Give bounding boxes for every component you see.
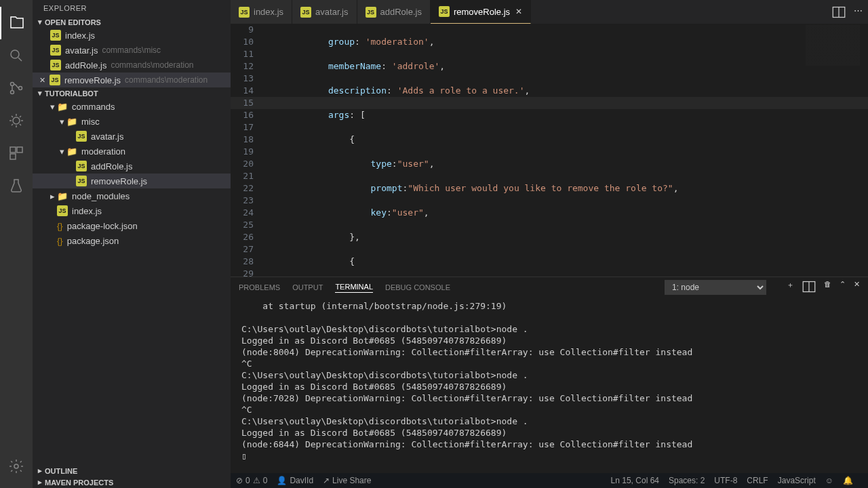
status-eol[interactable]: CRLF — [747, 476, 768, 485]
section-outline[interactable]: ▸OUTLINE — [33, 465, 231, 476]
file-index[interactable]: JSindex.js — [33, 203, 231, 218]
status-user[interactable]: 👤 DavIId — [277, 476, 313, 485]
folder-node-modules[interactable]: ▸📁node_modules — [33, 188, 231, 203]
panel-tab-output[interactable]: OUTPUT — [292, 283, 323, 291]
editor[interactable]: 9101112131415161718192021222324252627282… — [231, 24, 868, 277]
status-bar: ⊘ 0 ⚠ 0 👤 DavIId ↗ Live Share Ln 15, Col… — [231, 473, 868, 488]
open-editor-item[interactable]: JSaddRole.jscommands\moderation — [33, 58, 231, 73]
chevron-down-icon: ▾ — [35, 89, 45, 98]
status-position[interactable]: Ln 15, Col 64 — [611, 476, 659, 485]
js-icon: JS — [239, 7, 250, 18]
file-package[interactable]: {}package.json — [33, 233, 231, 248]
open-editor-item[interactable]: JSavatar.jscommands\misc — [33, 43, 231, 58]
section-maven[interactable]: ▸MAVEN PROJECTS — [33, 476, 231, 488]
chevron-down-icon: ▾ — [35, 18, 45, 26]
close-icon[interactable]: ✕ — [39, 76, 45, 85]
terminal-output[interactable]: at startup (internal/bootstrap/node.js:2… — [231, 298, 868, 473]
svg-rect-5 — [10, 147, 16, 152]
json-icon: {} — [57, 236, 63, 246]
tab-avatar[interactable]: JSavatar.js — [292, 0, 357, 24]
js-icon: JS — [50, 60, 61, 70]
chevron-right-icon: ▸ — [35, 478, 45, 487]
js-icon: JS — [76, 131, 87, 142]
split-editor-icon[interactable] — [832, 5, 846, 21]
chevron-right-icon: ▸ — [35, 466, 45, 475]
close-panel-icon[interactable]: ✕ — [854, 280, 860, 295]
status-feedback[interactable]: ☺ — [825, 476, 833, 485]
file-removerole[interactable]: JSremoveRole.js — [33, 174, 231, 188]
more-icon[interactable]: ⋯ — [854, 5, 863, 21]
section-workspace[interactable]: ▾TUTORIALBOT — [33, 87, 231, 99]
file-package-lock[interactable]: {}package-lock.json — [33, 218, 231, 233]
js-icon: JS — [76, 161, 87, 171]
js-icon: JS — [50, 75, 60, 85]
open-editor-item-active[interactable]: ✕JSremoveRole.jscommands\moderation — [33, 73, 231, 87]
status-spaces[interactable]: Spaces: 2 — [669, 476, 705, 485]
activity-debug[interactable] — [0, 104, 33, 137]
file-avatar[interactable]: JSavatar.js — [33, 129, 231, 144]
js-icon: JS — [50, 45, 61, 56]
activity-search[interactable] — [0, 39, 33, 72]
js-icon: JS — [57, 205, 68, 216]
folder-icon: 📁 — [66, 146, 77, 157]
activity-explorer[interactable] — [0, 7, 33, 39]
tab-removerole[interactable]: JSremoveRole.js✕ — [431, 0, 531, 24]
tab-addrole[interactable]: JSaddRole.js — [357, 0, 431, 24]
folder-commands[interactable]: ▾📁commands — [33, 99, 231, 114]
split-terminal-icon[interactable] — [802, 280, 816, 295]
js-icon: JS — [50, 30, 61, 41]
js-icon: JS — [366, 7, 376, 18]
tab-index[interactable]: JSindex.js — [231, 0, 292, 24]
status-errors[interactable]: ⊘ 0 ⚠ 0 — [236, 476, 267, 485]
svg-point-1 — [11, 83, 14, 86]
code-area[interactable]: group: 'moderation', memberName: 'addrol… — [264, 24, 868, 277]
folder-misc[interactable]: ▾📁misc — [33, 114, 231, 129]
chevron-down-icon: ▾ — [47, 102, 57, 112]
js-icon: JS — [76, 176, 87, 186]
file-addrole[interactable]: JSaddRole.js — [33, 159, 231, 174]
js-icon: JS — [300, 7, 311, 18]
panel-tab-problems[interactable]: PROBLEMS — [239, 283, 280, 291]
sidebar-title: EXPLORER — [33, 0, 231, 16]
json-icon: {} — [57, 221, 63, 231]
svg-point-2 — [11, 91, 14, 94]
svg-point-0 — [11, 50, 19, 58]
line-gutter: 9101112131415161718192021222324252627282… — [231, 24, 264, 277]
activity-scm[interactable] — [0, 72, 33, 104]
svg-rect-7 — [10, 154, 16, 159]
js-icon: JS — [439, 6, 450, 17]
svg-point-3 — [19, 87, 22, 90]
kill-terminal-icon[interactable]: 🗑 — [824, 280, 831, 295]
maximize-panel-icon[interactable]: ⌃ — [840, 280, 846, 295]
panel-tab-debug[interactable]: DEBUG CONSOLE — [385, 283, 450, 291]
open-editor-item[interactable]: JSindex.js — [33, 28, 231, 43]
folder-moderation[interactable]: ▾📁moderation — [33, 144, 231, 159]
svg-point-8 — [14, 464, 18, 468]
svg-point-4 — [13, 117, 20, 124]
chevron-right-icon: ▸ — [47, 191, 57, 201]
activity-extensions[interactable] — [0, 137, 33, 169]
section-open-editors[interactable]: ▾OPEN EDITORS — [33, 16, 231, 28]
folder-icon: 📁 — [66, 117, 77, 127]
minimap[interactable] — [806, 25, 860, 66]
status-bell-icon[interactable]: 🔔 — [843, 476, 853, 485]
status-encoding[interactable]: UTF-8 — [714, 476, 737, 485]
status-lang[interactable]: JavaScript — [778, 476, 816, 485]
svg-rect-6 — [17, 147, 22, 152]
activity-settings[interactable] — [0, 450, 33, 483]
chevron-down-icon: ▾ — [57, 146, 66, 157]
activity-test[interactable] — [0, 169, 33, 202]
panel-tab-terminal[interactable]: TERMINAL — [335, 283, 373, 293]
status-liveshare[interactable]: ↗ Live Share — [323, 476, 371, 485]
tab-bar: JSindex.js JSavatar.js JSaddRole.js JSre… — [231, 0, 868, 24]
chevron-down-icon: ▾ — [57, 117, 66, 127]
new-terminal-icon[interactable]: ＋ — [787, 280, 794, 295]
close-icon[interactable]: ✕ — [515, 7, 522, 16]
folder-icon: 📁 — [57, 102, 68, 112]
folder-icon: 📁 — [57, 191, 68, 201]
terminal-selector[interactable]: 1: node — [665, 280, 766, 295]
